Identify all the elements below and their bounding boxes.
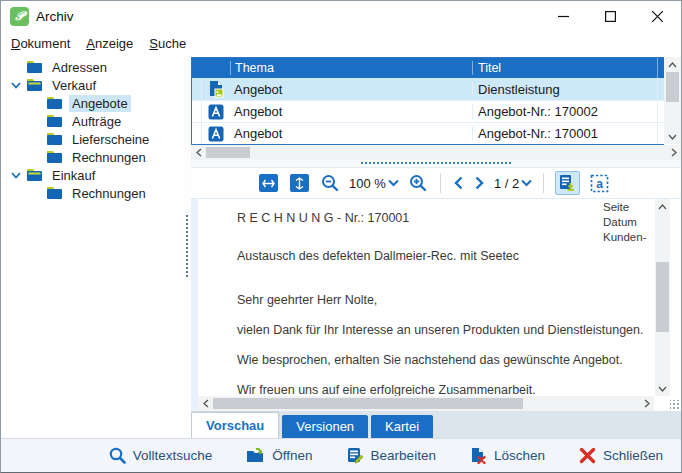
tree-item-lieferscheine[interactable]: Lieferscheine <box>1 130 184 148</box>
preview-hscrollbar[interactable] <box>198 396 654 411</box>
splitter-handle-icon <box>186 215 188 277</box>
content-panel: Thema Titel Angebot Dienstleistung <box>191 55 681 438</box>
oeffnen-button[interactable]: Öffnen <box>244 446 314 466</box>
scrollbar-thumb[interactable] <box>213 398 523 409</box>
previous-page-button[interactable] <box>452 174 465 192</box>
menu-dokument[interactable]: Dokument <box>3 33 78 54</box>
tree-item-angebote[interactable]: Angebote <box>1 94 184 112</box>
vertical-splitter[interactable] <box>184 55 191 438</box>
side-label: Seite <box>603 200 653 215</box>
zoom-in-button[interactable] <box>407 172 429 194</box>
tab-versionen[interactable]: Versionen <box>282 415 368 438</box>
preview-text-line: R E C H N U N G - Nr.: 170001 <box>237 211 409 225</box>
table-row[interactable]: Angebot Dienstleistung <box>192 78 664 100</box>
scroll-right-button[interactable] <box>666 145 681 160</box>
text-select-mode-button[interactable]: a <box>588 172 611 195</box>
side-label: Datum <box>603 215 653 230</box>
table-row[interactable]: Angebot Angebot-Nr.: 170001 <box>192 122 664 144</box>
folder-open-icon <box>26 168 43 182</box>
chevron-down-icon[interactable] <box>6 82 26 89</box>
titlebar: 𝒫 Archiv <box>1 1 681 31</box>
column-header-extra[interactable] <box>657 58 664 78</box>
chevron-up-icon <box>658 204 667 210</box>
chevron-down-icon <box>388 179 399 187</box>
document-table: Thema Titel Angebot Dienstleistung <box>191 57 681 160</box>
action-label: Löschen <box>494 448 545 463</box>
scroll-right-button[interactable] <box>639 396 654 411</box>
table-row[interactable]: Angebot Angebot-Nr.: 170002 <box>192 100 664 122</box>
cell-thema: Angebot <box>230 82 472 97</box>
schliessen-button[interactable]: Schließen <box>577 445 665 466</box>
zoom-level-select[interactable]: 100 % <box>345 176 403 191</box>
minimize-icon <box>558 11 569 22</box>
scroll-left-button[interactable] <box>198 396 213 411</box>
preview-gutter <box>191 199 198 411</box>
tree-item-label: Adressen <box>49 59 110 76</box>
chevron-right-icon <box>644 399 650 408</box>
resize-grip[interactable] <box>670 400 680 410</box>
table-header: Thema Titel <box>192 58 664 78</box>
scroll-up-button[interactable] <box>665 57 680 72</box>
preview-text-line: Wir freuen uns auf eine erfolgreiche Zus… <box>237 383 536 397</box>
tree-item-rechnungen-verkauf[interactable]: Rechnungen <box>1 148 184 166</box>
folder-closed-icon <box>46 186 63 200</box>
scroll-up-button[interactable] <box>655 199 670 214</box>
minimize-button[interactable] <box>540 1 587 31</box>
edit-document-icon <box>347 447 364 464</box>
document-preview: R E C H N U N G - Nr.: 170001 Austausch … <box>191 198 681 411</box>
chevron-right-icon <box>671 148 677 157</box>
preview-text-line: Wie besprochen, erhalten Sie nachstehend… <box>237 353 623 367</box>
cell-extra <box>657 78 664 100</box>
window-controls <box>540 1 681 31</box>
zoom-out-button[interactable] <box>319 172 341 194</box>
chevron-down-icon[interactable] <box>6 172 26 179</box>
scroll-down-button[interactable] <box>665 129 680 144</box>
folder-closed-icon <box>46 114 63 128</box>
column-header-thema[interactable]: Thema <box>230 61 472 75</box>
tree-item-label: Angebote <box>69 95 131 112</box>
tree-item-adressen[interactable]: Adressen <box>1 58 184 76</box>
tree-item-rechnungen-einkauf[interactable]: Rechnungen <box>1 184 184 202</box>
close-button[interactable] <box>634 1 681 31</box>
scrollbar-thumb[interactable] <box>656 262 669 332</box>
next-page-button[interactable] <box>473 174 486 192</box>
tree-item-einkauf[interactable]: Einkauf <box>1 166 184 184</box>
tree-item-label: Aufträge <box>69 113 124 130</box>
menu-anzeige[interactable]: Anzeige <box>78 33 141 54</box>
fit-height-button[interactable] <box>288 172 311 194</box>
tab-kartei[interactable]: Kartei <box>371 415 433 438</box>
preview-text-line: Austausch des defekten Dallmeier-Rec. mi… <box>237 249 519 263</box>
scroll-left-button[interactable] <box>191 145 206 160</box>
zoom-out-icon <box>321 174 339 192</box>
scrollbar-thumb[interactable] <box>206 147 250 158</box>
horizontal-splitter[interactable] <box>191 160 681 168</box>
folder-closed-icon <box>46 132 63 146</box>
bearbeiten-button[interactable]: Bearbeiten <box>345 445 438 466</box>
maximize-button[interactable] <box>587 1 634 31</box>
cell-titel: Dienstleistung <box>472 82 657 97</box>
fit-width-button[interactable] <box>257 172 280 194</box>
preview-vscrollbar[interactable] <box>655 199 670 396</box>
tree-item-auftraege[interactable]: Aufträge <box>1 112 184 130</box>
side-label: Kunden- <box>603 230 653 245</box>
table-hscrollbar[interactable] <box>191 145 681 160</box>
volltextsuche-button[interactable]: Volltextsuche <box>107 445 215 466</box>
folder-open-icon <box>26 78 43 92</box>
toolbar-divider <box>440 173 441 193</box>
scroll-down-button[interactable] <box>655 381 670 396</box>
scrollbar-thumb[interactable] <box>666 72 679 102</box>
table-vscrollbar[interactable] <box>664 57 681 144</box>
cell-titel: Angebot-Nr.: 170002 <box>472 104 657 119</box>
open-folder-icon <box>246 448 265 464</box>
preview-mode-button[interactable] <box>555 171 580 195</box>
tab-vorschau[interactable]: Vorschau <box>191 412 279 438</box>
loeschen-button[interactable]: Löschen <box>468 445 547 466</box>
document-export-icon <box>559 174 576 192</box>
page-indicator-value: 1 / 2 <box>494 176 519 191</box>
tree-item-verkauf[interactable]: Verkauf <box>1 76 184 94</box>
zoom-level-value: 100 % <box>349 176 386 191</box>
page-select[interactable]: 1 / 2 <box>490 176 536 191</box>
menu-suche[interactable]: Suche <box>141 33 194 54</box>
column-header-titel[interactable]: Titel <box>472 61 657 75</box>
maximize-icon <box>605 11 616 22</box>
